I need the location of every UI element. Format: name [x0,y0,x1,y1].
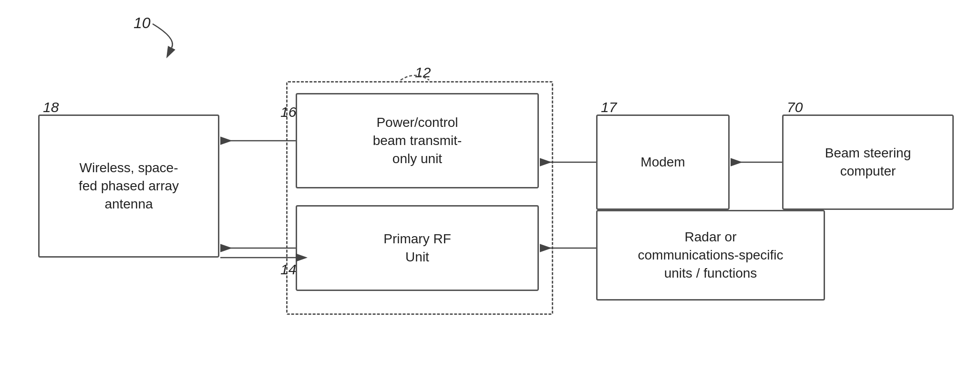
power-control-label: Power/controlbeam transmit-only unit [373,114,462,167]
beam-steering-label: Beam steeringcomputer [825,144,911,180]
ref-label-17: 17 [601,99,617,115]
ref-label-18: 18 [43,99,59,115]
figure-ref-10: 10 [134,14,151,32]
modem-label: Modem [640,153,685,171]
beam-steering-box: Beam steeringcomputer [782,114,954,210]
primary-rf-box: Primary RFUnit [296,205,539,291]
antenna-box: Wireless, space-fed phased arrayantenna [38,114,219,258]
ref-label-16: 16 [280,104,296,120]
ref-label-14: 14 [280,261,296,278]
primary-rf-label: Primary RFUnit [383,230,451,266]
ref-label-12: 12 [415,64,431,81]
diagram-container: 10 12 16 14 18 17 70 Wireless, space-fed… [0,0,980,374]
radar-box: Radar orcommunications-specificunits / f… [596,210,825,301]
power-control-box: Power/controlbeam transmit-only unit [296,93,539,188]
ref-label-70: 70 [787,99,803,115]
radar-label: Radar orcommunications-specificunits / f… [638,228,784,282]
modem-box: Modem [596,114,730,210]
antenna-label: Wireless, space-fed phased arrayantenna [79,159,179,213]
